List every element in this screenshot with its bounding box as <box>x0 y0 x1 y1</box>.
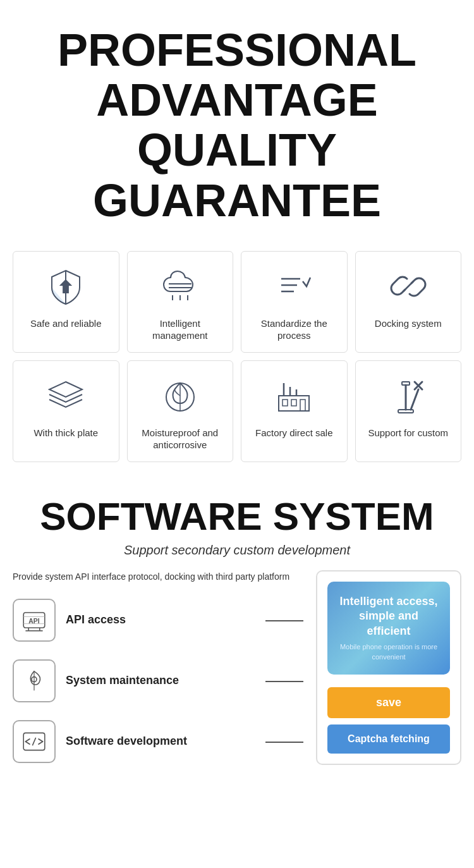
feature-intelligent-management-label: Intelligent management <box>134 317 227 342</box>
svg-line-10 <box>403 281 413 291</box>
feature-moistureproof-label: Moistureproof and anticorrosive <box>134 427 227 451</box>
software-development-label: Software development <box>66 734 187 749</box>
software-right-panel: Intelligent access, simple and efficient… <box>316 570 461 765</box>
svg-line-26 <box>411 389 418 410</box>
svg-marker-11 <box>49 382 82 397</box>
svg-marker-1 <box>61 280 71 293</box>
feature-moistureproof: Moistureproof and anticorrosive <box>127 360 234 462</box>
feature-intelligent-management: Intelligent management <box>127 251 234 353</box>
features-row-1: Safe and reliable Intelligent management <box>13 251 461 353</box>
connector-line-2 <box>265 681 303 682</box>
system-maintenance-label: System maintenance <box>66 673 179 688</box>
software-item-development: Software development <box>13 720 303 763</box>
main-title: PROFESSIONAL ADVANTAGE QUALITY GUARANTEE <box>13 25 461 226</box>
software-content: Provide system API interface protocol, d… <box>13 570 461 781</box>
leaf-drop-icon <box>158 374 202 418</box>
connector-line-1 <box>265 620 303 621</box>
svg-rect-17 <box>300 400 305 411</box>
tools-icon <box>386 374 430 418</box>
software-item-api: API API access <box>13 599 303 642</box>
feature-factory-direct: Factory direct sale <box>241 360 348 462</box>
feature-docking-system-label: Docking system <box>375 317 442 330</box>
shield-icon <box>44 264 88 309</box>
feature-thick-plate-label: With thick plate <box>33 427 98 439</box>
phone-panel: Intelligent access, simple and efficient… <box>327 582 450 675</box>
feature-standardize-process-label: Standardize the process <box>248 317 341 342</box>
features-section: Safe and reliable Intelligent management <box>0 245 474 482</box>
connector-line-3 <box>265 742 303 743</box>
phone-panel-title: Intelligent access, simple and efficient <box>337 594 440 639</box>
software-description: Provide system API interface protocol, d… <box>13 570 303 584</box>
software-title: SOFTWARE SYSTEM <box>13 495 461 538</box>
factory-icon <box>272 374 316 418</box>
software-subtitle: Support secondary custom development <box>13 543 461 558</box>
feature-standardize-process: Standardize the process <box>241 251 348 353</box>
feature-safe-reliable: Safe and reliable <box>13 251 119 353</box>
svg-line-37 <box>33 738 36 745</box>
feature-factory-direct-label: Factory direct sale <box>255 427 333 439</box>
code-icon <box>13 720 56 763</box>
link-icon <box>386 264 430 309</box>
api-icon: API <box>13 599 56 642</box>
save-button[interactable]: save <box>327 687 450 718</box>
header-section: PROFESSIONAL ADVANTAGE QUALITY GUARANTEE <box>0 0 474 245</box>
feature-safe-reliable-label: Safe and reliable <box>30 317 102 330</box>
layers-icon <box>44 374 88 418</box>
feature-thick-plate: With thick plate <box>13 360 119 462</box>
feature-support-custom: Support for custom <box>355 360 462 462</box>
svg-rect-16 <box>291 400 296 406</box>
software-left-panel: Provide system API interface protocol, d… <box>13 570 303 781</box>
feature-docking-system: Docking system <box>355 251 462 353</box>
api-access-label: API access <box>66 613 126 627</box>
features-row-2: With thick plate Moistureproof and antic… <box>13 360 461 462</box>
svg-rect-15 <box>283 400 288 406</box>
captcha-button[interactable]: Captcha fetching <box>327 724 450 754</box>
software-item-maintenance: System maintenance <box>13 659 303 702</box>
software-section: SOFTWARE SYSTEM Support secondary custom… <box>0 482 474 800</box>
phone-panel-wrapper: Intelligent access, simple and efficient… <box>316 570 461 765</box>
wrench-drop-icon <box>13 659 56 702</box>
cloud-settings-icon <box>158 264 202 309</box>
svg-text:API: API <box>28 618 39 625</box>
phone-panel-subtitle: Mobile phone operation is more convenien… <box>337 642 440 662</box>
svg-rect-14 <box>279 396 309 411</box>
checklist-icon <box>272 264 316 309</box>
feature-support-custom-label: Support for custom <box>368 427 448 439</box>
